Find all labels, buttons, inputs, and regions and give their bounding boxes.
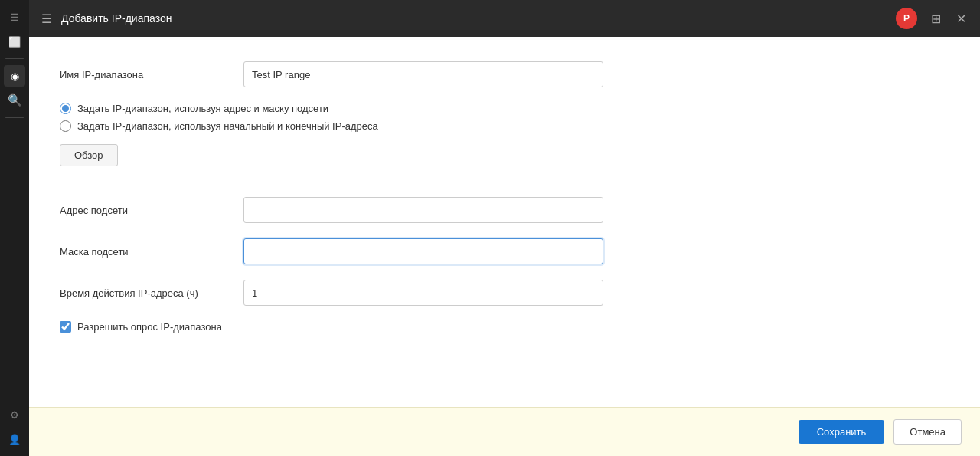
- ip-range-name-label: Имя IP-диапазона: [60, 69, 243, 80]
- subnet-mask-row: Маска подсети: [60, 238, 949, 264]
- ip-lifetime-input[interactable]: [243, 280, 603, 306]
- sidebar-user-icon[interactable]: 👤: [4, 428, 25, 450]
- dialog-titlebar: ☰ Добавить IP-диапазон Р ⊞ ✕: [29, 0, 980, 37]
- radio-option2-label[interactable]: Задать IP-диапазон, используя начальный …: [77, 120, 378, 132]
- sidebar-divider-icon: [5, 58, 24, 59]
- allow-poll-checkbox[interactable]: [60, 321, 71, 333]
- app-sidebar: ☰ ⬜ ◉ 🔍 ⚙ 👤: [0, 0, 29, 456]
- ip-range-name-row: Имя IP-диапазона: [60, 61, 949, 87]
- sidebar-divider2-icon: [5, 117, 24, 118]
- browse-button[interactable]: Обзор: [60, 144, 118, 166]
- sidebar-menu-icon[interactable]: ☰: [4, 6, 25, 28]
- subnet-address-label: Адрес подсети: [60, 205, 243, 216]
- radio-option1-row[interactable]: Задать IP-диапазон, используя адрес и ма…: [60, 103, 949, 114]
- sidebar-home-icon[interactable]: ⬜: [4, 31, 25, 52]
- radio-option1-label[interactable]: Задать IP-диапазон, используя адрес и ма…: [77, 103, 328, 114]
- subnet-address-row: Адрес подсети: [60, 197, 949, 223]
- sidebar-search-icon[interactable]: 🔍: [4, 90, 25, 111]
- ip-range-name-input[interactable]: [243, 61, 603, 87]
- main-area: ☰ Добавить IP-диапазон Р ⊞ ✕ Имя IP-диап…: [29, 0, 980, 456]
- titlebar-menu-icon[interactable]: ☰: [41, 11, 52, 26]
- sidebar-settings-icon[interactable]: ⚙: [4, 404, 25, 425]
- subnet-mask-input[interactable]: [243, 238, 603, 264]
- user-avatar-button[interactable]: Р: [896, 8, 917, 29]
- radio-group: Задать IP-диапазон, используя адрес и ма…: [60, 103, 949, 132]
- fullscreen-button[interactable]: ⊞: [929, 10, 942, 28]
- ip-lifetime-label: Время действия IP-адреса (ч): [60, 287, 243, 299]
- dialog-content: Имя IP-диапазона Задать IP-диапазон, исп…: [29, 37, 980, 407]
- radio-option2-row[interactable]: Задать IP-диапазон, используя начальный …: [60, 120, 949, 132]
- dialog-title: Добавить IP-диапазон: [61, 12, 172, 25]
- radio-option2-input[interactable]: [60, 120, 71, 132]
- subnet-mask-label: Маска подсети: [60, 246, 243, 258]
- sidebar-network-icon[interactable]: ◉: [4, 65, 25, 87]
- dialog-footer: Сохранить Отмена: [29, 407, 980, 456]
- radio-option1-input[interactable]: [60, 103, 71, 114]
- subnet-address-input[interactable]: [243, 197, 603, 223]
- allow-poll-label[interactable]: Разрешить опрос IP-диапазона: [77, 321, 222, 333]
- ip-lifetime-row: Время действия IP-адреса (ч): [60, 280, 949, 306]
- close-button[interactable]: ✕: [955, 10, 968, 28]
- cancel-button[interactable]: Отмена: [893, 419, 962, 445]
- save-button[interactable]: Сохранить: [799, 420, 885, 444]
- allow-poll-row[interactable]: Разрешить опрос IP-диапазона: [60, 321, 949, 333]
